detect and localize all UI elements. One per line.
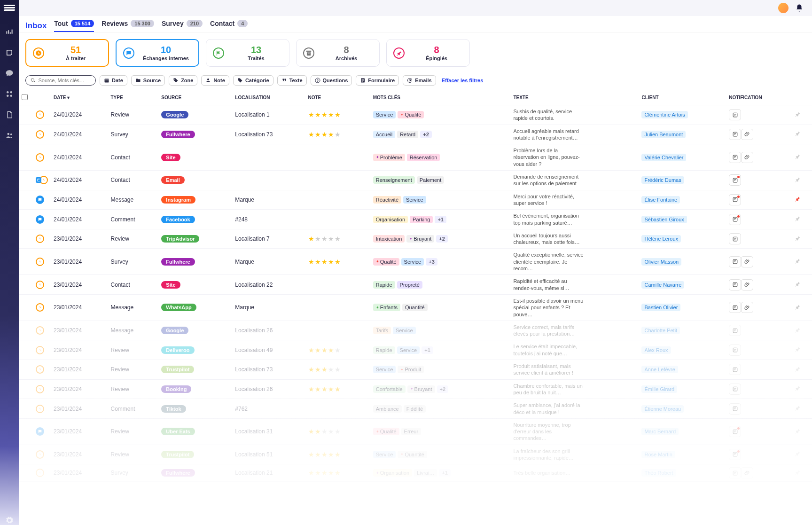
keyword-tag[interactable]: ✦Organisation — [373, 469, 412, 477]
nav-document-icon[interactable] — [5, 110, 14, 119]
attachment-button[interactable] — [741, 129, 753, 140]
column-header[interactable]: TEXTE — [510, 90, 639, 105]
note-button[interactable] — [729, 302, 741, 313]
pin-icon[interactable] — [794, 346, 801, 353]
nav-chat-icon[interactable] — [5, 69, 14, 78]
keyword-tag[interactable]: ✦Enfants — [373, 304, 400, 311]
filter-catégorie[interactable]: Catégorie — [233, 75, 273, 86]
keyword-tag[interactable]: Accueil — [373, 131, 395, 138]
note-button[interactable] — [729, 109, 741, 120]
keyword-tag[interactable]: ✦Problème — [373, 154, 405, 161]
keyword-tag[interactable]: Fidélité — [404, 405, 426, 413]
pin-icon[interactable] — [794, 281, 801, 287]
keyword-tag[interactable]: Livrai… — [414, 469, 437, 477]
table-row[interactable]: 24/01/2024 Message Instagram Marque Réac… — [19, 190, 812, 210]
keyword-tag[interactable]: Propreté — [397, 281, 422, 289]
table-row[interactable]: E 24/01/2024 Contact Email Renseignement… — [19, 171, 812, 190]
keyword-tag[interactable]: Réactivité — [373, 196, 401, 204]
client-chip[interactable]: Rose Martin — [641, 451, 675, 458]
table-row[interactable]: 23/01/2024 Comment Tiktok #762 AmbianceF… — [19, 399, 812, 419]
client-chip[interactable]: Valérie Chevalier — [641, 154, 686, 161]
attachment-button[interactable] — [741, 256, 753, 267]
keyword-tag[interactable]: Service — [397, 346, 420, 354]
client-chip[interactable]: Alex Roux — [641, 346, 671, 354]
client-chip[interactable]: Julien Beaumont — [641, 131, 686, 138]
keyword-tag[interactable]: ✦Bruyant — [407, 385, 435, 393]
more-tags[interactable]: +1 — [422, 346, 433, 354]
table-row[interactable]: 23/01/2024 Review Booking Localisation 2… — [19, 379, 812, 399]
attachment-button[interactable] — [741, 152, 753, 163]
pin-icon[interactable] — [794, 428, 801, 434]
pin-icon[interactable] — [794, 304, 801, 310]
source-pill[interactable]: Email — [161, 176, 184, 184]
card-épinglés[interactable]: 8Épinglés — [386, 39, 470, 67]
keyword-tag[interactable]: Service — [393, 327, 416, 334]
note-button[interactable] — [729, 384, 741, 395]
pin-icon[interactable] — [794, 235, 801, 242]
nav-users-icon[interactable] — [5, 131, 14, 140]
pin-icon[interactable] — [794, 130, 801, 137]
source-pill[interactable]: Google — [161, 111, 188, 118]
client-chip[interactable]: Anne Lefèvre — [641, 366, 678, 373]
client-chip[interactable]: Clémentine Artois — [641, 111, 687, 118]
more-tags[interactable]: +1 — [439, 469, 451, 477]
note-button[interactable] — [729, 325, 741, 336]
source-pill[interactable]: Instagram — [161, 196, 195, 204]
client-chip[interactable]: Frédéric Dumas — [641, 176, 684, 184]
keyword-tag[interactable]: ✦Qualité — [373, 258, 399, 266]
table-row[interactable]: 23/01/2024 Contact Site Localisation 22 … — [19, 275, 812, 295]
table-row[interactable]: 23/01/2024 Message Google Localisation 2… — [19, 321, 812, 340]
source-pill[interactable]: Booking — [161, 385, 191, 393]
keyword-tag[interactable]: ✦Bruyant — [406, 235, 434, 243]
pin-icon[interactable] — [794, 258, 801, 264]
note-button[interactable] — [729, 256, 741, 267]
card-traités[interactable]: 13Traités — [206, 39, 289, 67]
tab-contact[interactable]: Contact4 — [210, 20, 248, 32]
card-à-traiter[interactable]: 51À traiter — [25, 39, 109, 67]
source-pill[interactable]: Site — [161, 154, 180, 161]
source-pill[interactable]: Uber Eats — [161, 428, 195, 435]
more-tags[interactable]: +3 — [426, 258, 437, 266]
note-button[interactable] — [729, 279, 741, 290]
note-button[interactable] — [729, 345, 741, 356]
keyword-tag[interactable]: ✦Produit — [398, 366, 424, 373]
note-button[interactable] — [729, 426, 741, 437]
source-pill[interactable]: TripAdvisor — [161, 235, 199, 243]
source-pill[interactable]: Tiktok — [161, 405, 186, 413]
keyword-tag[interactable]: Parking — [410, 216, 433, 223]
keyword-tag[interactable]: Intoxication — [373, 235, 405, 243]
select-all-checkbox[interactable] — [22, 94, 28, 100]
attachment-button[interactable] — [741, 279, 753, 290]
keyword-tag[interactable]: Ambiance — [373, 405, 402, 413]
bell-icon[interactable] — [795, 4, 804, 12]
filter-texte[interactable]: Texte — [277, 75, 307, 86]
source-pill[interactable]: Fullwhere — [161, 258, 195, 266]
table-row[interactable]: 23/01/2024 Review Trustpilot Localisatio… — [19, 445, 812, 464]
more-tags[interactable]: +2 — [436, 235, 448, 243]
column-header[interactable]: MOTS CLÉS — [370, 90, 511, 105]
keyword-tag[interactable]: Tarifs — [373, 327, 391, 334]
column-header[interactable]: DATE ▾ — [51, 90, 108, 105]
table-row[interactable]: 24/01/2024 Survey Fullwhere Localisation… — [19, 125, 812, 144]
nav-analytics-icon[interactable] — [5, 27, 14, 37]
column-header[interactable]: CLIENT — [639, 90, 726, 105]
pin-icon[interactable] — [794, 450, 801, 457]
more-tags[interactable]: +2 — [420, 131, 432, 138]
keyword-tag[interactable]: ✦Quantité — [398, 451, 427, 458]
table-row[interactable]: 23/01/2024 Review TripAdvisor Localisati… — [19, 229, 812, 249]
pin-icon[interactable] — [794, 327, 801, 333]
filter-source[interactable]: Source — [131, 75, 165, 86]
keyword-tag[interactable]: Réservation — [407, 154, 440, 161]
card-échanges-internes[interactable]: 10Échanges internes — [116, 39, 199, 67]
pin-icon[interactable] — [794, 385, 801, 392]
note-button[interactable] — [729, 194, 741, 205]
note-button[interactable] — [729, 449, 741, 460]
keyword-tag[interactable]: ✦Qualité — [373, 428, 399, 435]
pin-icon[interactable] — [794, 405, 801, 411]
card-archivés[interactable]: 8Archivés — [296, 39, 380, 67]
nav-inbox-icon[interactable] — [5, 48, 14, 57]
pin-icon[interactable] — [794, 153, 801, 160]
filter-emails[interactable]: Emails — [403, 75, 436, 86]
clear-filters-link[interactable]: Effacer les filtres — [442, 78, 484, 83]
note-button[interactable] — [729, 129, 741, 140]
